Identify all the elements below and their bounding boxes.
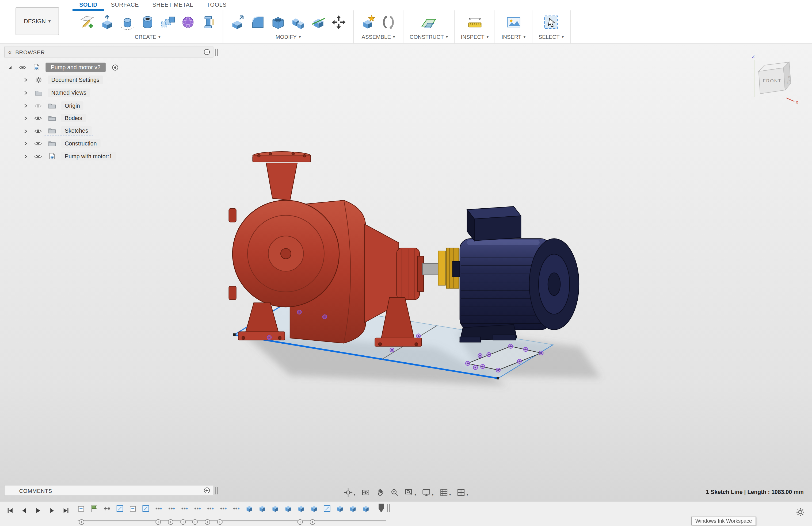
- visibility-eye-icon[interactable]: [15, 65, 29, 70]
- timeline-grip[interactable]: [387, 504, 390, 512]
- timeline-group-marker[interactable]: [217, 518, 222, 523]
- timeline-skip-to-start-button[interactable]: [4, 505, 15, 515]
- expand-caret-icon[interactable]: [20, 78, 31, 82]
- pump-shaft[interactable]: [422, 263, 440, 275]
- fit-icon[interactable]: ▾: [404, 487, 417, 497]
- split-body-icon[interactable]: [310, 14, 327, 30]
- timeline-step-forward-button[interactable]: [46, 505, 58, 515]
- timeline-feature-12-joint-icon[interactable]: [232, 504, 241, 513]
- press-pull-icon[interactable]: [229, 14, 246, 30]
- fillet-icon[interactable]: [250, 14, 266, 30]
- select-cursor-icon[interactable]: [543, 14, 560, 30]
- timeline-feature-17-extrude-icon[interactable]: [297, 504, 306, 513]
- timeline-feature-20-extrude-icon[interactable]: [335, 504, 344, 513]
- settings-gear-icon[interactable]: [795, 508, 805, 517]
- viewcube[interactable]: Z FRONT RIGHT X: [750, 52, 801, 105]
- timeline-feature-4-component-icon[interactable]: [128, 504, 137, 513]
- create-sketch-icon[interactable]: [79, 14, 95, 30]
- combine-icon[interactable]: [290, 14, 307, 30]
- revolve-icon[interactable]: [119, 14, 136, 30]
- timeline-feature-0-component-icon[interactable]: [76, 504, 85, 513]
- zoom-icon[interactable]: [390, 487, 400, 497]
- workspace-switcher[interactable]: DESIGN ▾: [15, 7, 59, 35]
- create-form-icon[interactable]: [180, 14, 197, 30]
- tab-surface[interactable]: SURFACE: [104, 0, 146, 11]
- tab-tools[interactable]: TOOLS: [200, 0, 233, 11]
- orbit-icon[interactable]: ▾: [343, 487, 356, 497]
- timeline-feature-5-sketch-icon[interactable]: [141, 504, 150, 513]
- timeline-feature-22-extrude-icon[interactable]: [361, 504, 370, 513]
- look-at-icon[interactable]: [361, 487, 371, 497]
- timeline-group-marker[interactable]: [168, 518, 173, 523]
- timeline-position-marker[interactable]: [379, 503, 384, 512]
- timeline-feature-19-sketch-icon[interactable]: [323, 504, 332, 513]
- timeline-group-marker[interactable]: [205, 518, 210, 523]
- timeline-play-button[interactable]: [32, 505, 44, 515]
- visibility-eye-icon[interactable]: [31, 154, 44, 159]
- timeline-feature-18-extrude-icon[interactable]: [309, 504, 318, 513]
- timeline-feature-15-extrude-icon[interactable]: [271, 504, 279, 513]
- tab-solid[interactable]: SOLID: [73, 0, 104, 11]
- timeline-group-marker[interactable]: [192, 518, 198, 523]
- activate-component-radio[interactable]: [112, 64, 118, 71]
- timeline-feature-9-joint-icon[interactable]: [193, 504, 202, 513]
- pipe-icon[interactable]: [200, 14, 216, 30]
- timeline-group-marker[interactable]: [180, 518, 186, 523]
- browser-row-document-settings[interactable]: Document Settings: [20, 74, 214, 87]
- timeline-group-marker[interactable]: [309, 518, 315, 523]
- insert-canvas-icon[interactable]: [505, 14, 522, 30]
- timeline-feature-14-extrude-icon[interactable]: [258, 504, 267, 513]
- timeline-feature-1-flag-icon[interactable]: [90, 504, 99, 513]
- expand-caret-icon[interactable]: [20, 116, 31, 121]
- timeline-feature-21-extrude-icon[interactable]: [349, 504, 358, 513]
- timeline-group-marker[interactable]: [297, 518, 303, 523]
- grid-settings-icon[interactable]: ▾: [439, 487, 451, 497]
- timeline-feature-7-joint-icon[interactable]: [167, 504, 176, 513]
- ribbon-group-label-inspect[interactable]: INSPECT▾: [461, 34, 489, 40]
- ribbon-group-label-assemble[interactable]: ASSEMBLE▾: [361, 34, 395, 40]
- comments-panel-resize-handle[interactable]: [215, 487, 218, 494]
- ribbon-group-label-select[interactable]: SELECT▾: [539, 34, 564, 40]
- timeline-feature-8-joint-icon[interactable]: [180, 504, 189, 513]
- comments-expand-button[interactable]: [203, 487, 210, 494]
- timeline-feature-10-joint-icon[interactable]: [206, 504, 215, 513]
- expand-triangle-icon[interactable]: [4, 65, 15, 70]
- extrude-icon[interactable]: [99, 14, 116, 30]
- timeline-group-marker[interactable]: [79, 518, 84, 523]
- browser-row-pump-and-motor-v2[interactable]: Pump and motor v2: [4, 61, 213, 74]
- timeline-feature-11-joint-icon[interactable]: [219, 504, 228, 513]
- timeline-feature-13-extrude-icon[interactable]: [245, 504, 254, 513]
- browser-row-sketches[interactable]: Sketches: [20, 125, 214, 137]
- ribbon-group-label-construct[interactable]: CONSTRUCT▾: [410, 34, 448, 40]
- ribbon-group-label-create[interactable]: CREATE▾: [134, 34, 160, 40]
- comments-header[interactable]: COMMENTS: [4, 485, 213, 496]
- visibility-eye-icon[interactable]: [31, 103, 44, 108]
- construction-plane-icon[interactable]: [421, 14, 437, 30]
- pan-icon[interactable]: [375, 487, 385, 497]
- browser-row-pump-with-motor-1[interactable]: Pump with motor:1: [20, 150, 214, 163]
- browser-row-bodies[interactable]: Bodies: [20, 112, 214, 125]
- timeline-skip-to-end-button[interactable]: [60, 505, 72, 515]
- browser-row-origin[interactable]: Origin: [20, 99, 214, 112]
- timeline-feature-2-return-arrow-icon[interactable]: [102, 504, 111, 513]
- rectangular-pattern-icon[interactable]: [159, 14, 176, 30]
- browser-panel-resize-handle[interactable]: [215, 49, 218, 56]
- ribbon-group-label-insert[interactable]: INSERT▾: [502, 34, 526, 40]
- viewport[interactable]: Z FRONT RIGHT X « BROWSER Pump and motor…: [0, 44, 812, 501]
- joint-icon[interactable]: [380, 14, 397, 30]
- browser-row-named-views[interactable]: Named Views: [20, 87, 214, 100]
- expand-caret-icon[interactable]: [20, 142, 31, 146]
- visibility-eye-icon[interactable]: [31, 128, 44, 134]
- measure-icon[interactable]: [466, 14, 483, 30]
- tab-sheet-metal[interactable]: SHEET METAL: [146, 0, 200, 11]
- timeline-step-back-button[interactable]: [18, 505, 30, 515]
- visibility-eye-icon[interactable]: [31, 141, 44, 147]
- shell-icon[interactable]: [270, 14, 286, 30]
- hole-icon[interactable]: [140, 14, 156, 30]
- browser-row-construction[interactable]: Construction: [20, 137, 214, 150]
- expand-caret-icon[interactable]: [20, 154, 31, 159]
- timeline-feature-3-sketch-icon[interactable]: [116, 504, 125, 513]
- new-component-icon[interactable]: [360, 14, 376, 30]
- ribbon-group-label-modify[interactable]: MODIFY▾: [276, 34, 301, 40]
- timeline-feature-6-joint-icon[interactable]: [154, 504, 163, 513]
